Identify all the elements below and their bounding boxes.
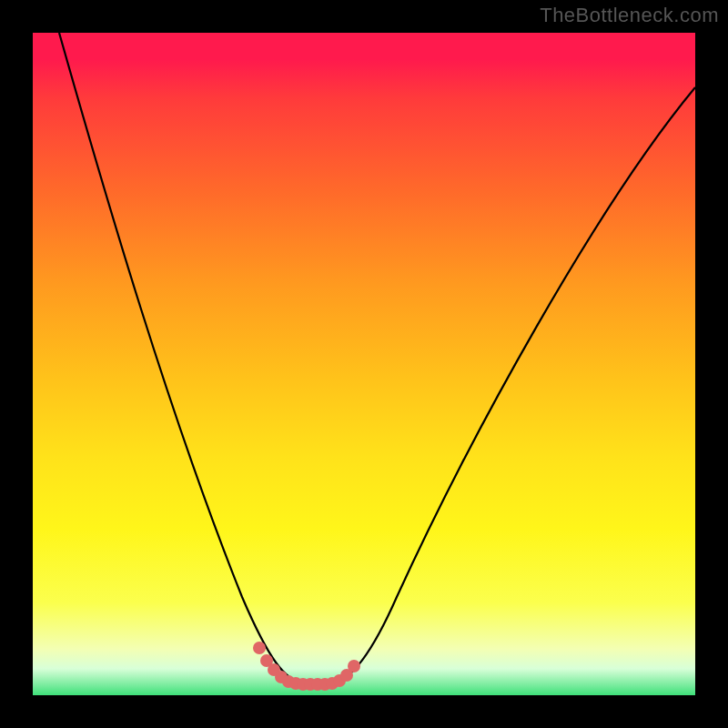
bottleneck-curve <box>59 33 695 682</box>
svg-point-0 <box>253 642 266 654</box>
plot-area <box>33 33 695 695</box>
curve-layer <box>33 33 695 695</box>
chart-frame: TheBottleneck.com <box>0 0 728 728</box>
svg-point-13 <box>348 660 360 672</box>
watermark-text: TheBottleneck.com <box>540 4 719 27</box>
valley-markers <box>253 642 360 691</box>
